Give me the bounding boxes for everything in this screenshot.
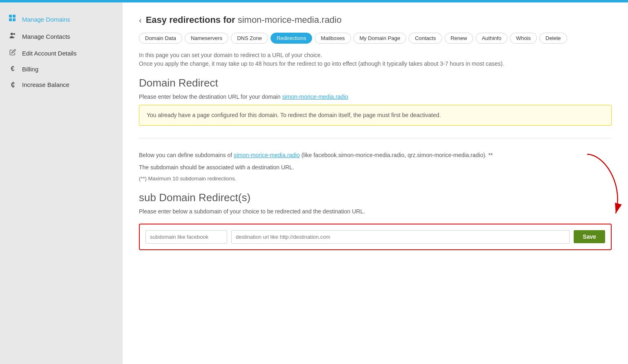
sidebar: Manage Domains Manage Contacts Edit Ac (0, 2, 123, 364)
sidebar-item-edit-account[interactable]: Edit Account Details (0, 45, 123, 61)
warning-box: You already have a page configured for t… (139, 105, 612, 126)
sidebar-item-manage-domains[interactable]: Manage Domains (0, 11, 123, 28)
tab-domain-data[interactable]: Domain Data (139, 33, 182, 44)
subdomain-input[interactable] (145, 230, 227, 244)
people-icon (8, 32, 17, 41)
destination-input[interactable] (231, 230, 570, 244)
svg-rect-2 (9, 18, 12, 21)
grid-icon (8, 15, 17, 24)
info-line-2: Once you apply the change, it may take u… (139, 60, 612, 67)
tab-delete[interactable]: Delete (539, 33, 567, 44)
tab-my-domain-page[interactable]: My Domain Page (353, 33, 407, 44)
euro-icon: € (8, 65, 17, 73)
domain-redirect-title: Domain Redirect (139, 77, 612, 89)
sidebar-item-label: Edit Account Details (22, 50, 76, 57)
info-line-1: In this page you can set your domain to … (139, 52, 612, 58)
divider (139, 138, 612, 138)
subdomain-info-line2: The subdomain should be associated with … (139, 163, 612, 172)
subdomain-domain-link[interactable]: simon-morice-media.radio (234, 152, 300, 158)
tab-redirections[interactable]: Redirections (270, 33, 312, 44)
save-button[interactable]: Save (574, 230, 605, 243)
subdomain-form-label: Please enter below a subdomain of your c… (139, 208, 612, 215)
svg-point-4 (11, 33, 13, 35)
tab-nameservers[interactable]: Nameservers (185, 33, 228, 44)
svg-rect-1 (13, 15, 16, 18)
pencil-icon (8, 49, 17, 57)
svg-rect-3 (13, 18, 16, 21)
tab-dns-zone[interactable]: DNS Zone (231, 33, 268, 44)
tab-authinfo[interactable]: Authinfo (476, 33, 507, 44)
tab-renew[interactable]: Renew (445, 33, 473, 44)
sidebar-item-label: Billing (22, 66, 38, 73)
domain-link[interactable]: simon-morice-media.radio (282, 93, 348, 100)
sidebar-item-billing[interactable]: € Billing (0, 61, 123, 77)
svg-point-5 (13, 33, 16, 35)
svg-rect-0 (9, 15, 12, 18)
subdomain-note: (**) Maximum 10 subdomain redirections. (139, 175, 612, 182)
main-content: ‹ Easy redirections for simon-morice-med… (123, 2, 628, 364)
sidebar-item-increase-balance[interactable]: ₵ Increase Balance (0, 77, 123, 93)
subdomain-redirect-title: sub Domain Redirect(s) (139, 191, 612, 204)
sidebar-item-label: Manage Contacts (22, 33, 70, 40)
page-header: ‹ Easy redirections for simon-morice-med… (139, 15, 612, 25)
tab-whois[interactable]: Whois (510, 33, 537, 44)
sidebar-item-manage-contacts[interactable]: Manage Contacts (0, 28, 123, 45)
currency-icon: ₵ (8, 81, 17, 89)
sidebar-item-label: Increase Balance (22, 81, 69, 88)
subdomain-info-line1: Below you can define subdomains of simon… (139, 151, 612, 160)
subdomain-form: Save (139, 224, 612, 250)
destination-label: Please enter below the destination URL f… (139, 93, 612, 100)
back-button[interactable]: ‹ (139, 16, 142, 25)
page-title: Easy redirections for simon-morice-media… (146, 15, 342, 25)
tabs-container: Domain Data Nameservers DNS Zone Redirec… (139, 33, 612, 44)
tab-contacts[interactable]: Contacts (409, 33, 442, 44)
tab-mailboxes[interactable]: Mailboxes (315, 33, 351, 44)
sidebar-item-label: Manage Domains (22, 16, 70, 23)
